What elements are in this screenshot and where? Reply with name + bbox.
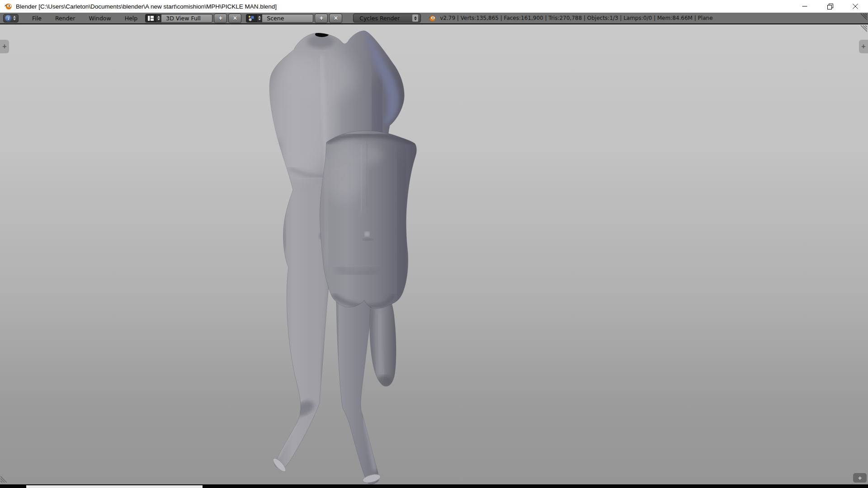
menu-window[interactable]: Window: [89, 15, 111, 22]
add-scene-button[interactable]: +: [315, 14, 328, 23]
spinner-arrows-icon: [412, 14, 418, 22]
info-header: i File Render Window Help 3D View Full +…: [0, 13, 868, 23]
scene-icon: [246, 14, 256, 22]
add-screen-layout-button[interactable]: +: [214, 14, 227, 23]
corner-grip-icon[interactable]: [0, 474, 9, 483]
expand-bottom-panel-button[interactable]: +: [853, 473, 867, 483]
menu-bar: File Render Window Help: [19, 15, 137, 22]
screen-layout-selector[interactable]: 3D View Full: [145, 14, 212, 23]
expand-panel-icon: +: [861, 43, 865, 50]
spinner-arrows-icon[interactable]: [156, 14, 161, 22]
menu-help[interactable]: Help: [125, 15, 138, 22]
screen-layout-name[interactable]: 3D View Full: [161, 14, 212, 22]
render-engine-name: Cycles Render: [359, 15, 408, 22]
close-button[interactable]: [843, 0, 868, 13]
scene-name[interactable]: Scene: [262, 14, 313, 22]
scene-selector[interactable]: Scene: [246, 14, 313, 23]
minimize-icon: [802, 4, 807, 9]
scene-stats: v2.79 | Verts:135,865 | Faces:161,900 | …: [440, 15, 712, 21]
restore-button[interactable]: [817, 0, 843, 13]
restore-window-icon: [827, 4, 833, 9]
editor-type-selector[interactable]: i: [3, 14, 19, 23]
delete-screen-layout-button[interactable]: ×: [228, 14, 241, 23]
models-render: [0, 23, 868, 484]
window-controls: [792, 0, 868, 13]
expand-properties-shelf-button[interactable]: +: [859, 40, 868, 53]
screen-layout-icon: [146, 14, 156, 22]
minimize-button[interactable]: [792, 0, 817, 13]
expand-tool-shelf-button[interactable]: +: [0, 40, 9, 53]
menu-render[interactable]: Render: [55, 15, 75, 22]
spinner-arrows-icon[interactable]: [256, 14, 262, 22]
info-editor-icon: i: [5, 15, 12, 22]
menu-file[interactable]: File: [32, 15, 42, 22]
close-icon: [853, 4, 858, 9]
blender-logo-icon: [4, 2, 12, 10]
viewport-3d[interactable]: + + +: [0, 23, 868, 484]
expand-panel-icon: +: [2, 43, 6, 50]
spinner-arrows-icon: [12, 16, 17, 20]
expand-panel-icon: +: [858, 475, 862, 481]
horizontal-scrollbar-thumb[interactable]: [26, 485, 203, 488]
delete-scene-button[interactable]: ×: [329, 14, 342, 23]
render-engine-selector[interactable]: Cycles Render: [353, 14, 421, 23]
blender-logo-icon: [428, 14, 436, 22]
window-title: Blender [C:\Users\Carleton\Documents\ble…: [16, 3, 277, 10]
window-titlebar: Blender [C:\Users\Carleton\Documents\ble…: [0, 0, 868, 13]
window-bottom-bar: [0, 484, 868, 488]
corner-grip-icon[interactable]: [858, 14, 867, 23]
corner-grip-icon[interactable]: [858, 25, 867, 34]
